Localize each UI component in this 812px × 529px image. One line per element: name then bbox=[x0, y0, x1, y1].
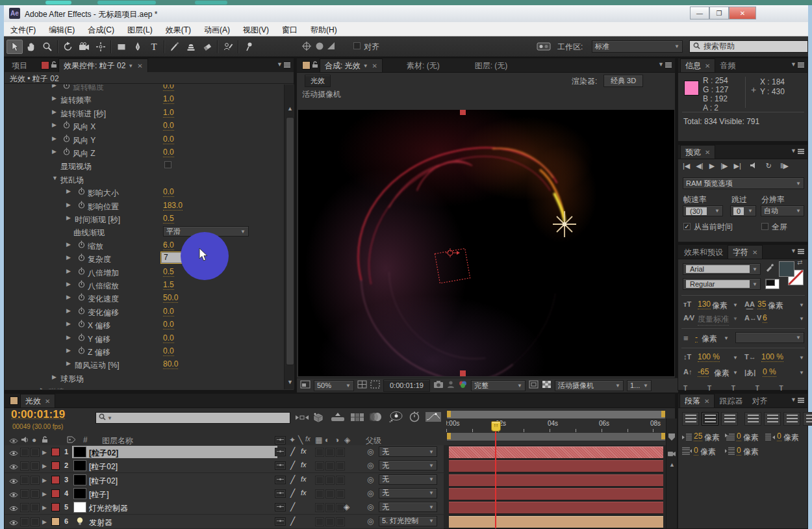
stopwatch-icon[interactable] bbox=[78, 253, 85, 264]
param-value[interactable]: 80.0 bbox=[163, 360, 178, 369]
quality-switch[interactable]: ╱ bbox=[290, 447, 295, 456]
expand-triangle-icon[interactable]: ▶ bbox=[52, 135, 57, 142]
local-axis-mode-icon[interactable] bbox=[301, 41, 312, 53]
layer-label-chip[interactable] bbox=[51, 489, 60, 498]
param-value[interactable]: 50.0 bbox=[163, 294, 178, 303]
stopwatch-icon[interactable] bbox=[78, 187, 85, 198]
close-tab-icon[interactable]: ✕ bbox=[372, 62, 377, 70]
layer-label-chip[interactable] bbox=[51, 476, 60, 484]
tab-layer[interactable]: 图层: (无) bbox=[470, 59, 513, 72]
param-value[interactable]: 0.5 bbox=[163, 268, 174, 277]
stopwatch-icon[interactable] bbox=[63, 121, 70, 131]
stopwatch-icon[interactable] bbox=[78, 267, 85, 277]
menu-item[interactable]: 窗口 bbox=[275, 23, 304, 38]
next-frame-button[interactable]: |▶ bbox=[720, 162, 728, 170]
layer-duration-bar[interactable] bbox=[449, 460, 663, 472]
help-search-box[interactable]: 搜索帮助 bbox=[689, 40, 808, 53]
switch-box[interactable] bbox=[325, 476, 335, 485]
draft-3d-icon[interactable] bbox=[312, 412, 324, 424]
workspace-icon[interactable] bbox=[537, 41, 551, 53]
stopwatch-icon[interactable] bbox=[78, 320, 85, 330]
expand-triangle-icon[interactable]: ▶ bbox=[66, 188, 71, 194]
stopwatch-icon[interactable] bbox=[78, 280, 85, 290]
expand-triangle-icon[interactable]: ▶ bbox=[52, 374, 57, 380]
scroll-up-icon[interactable]: ▲ bbox=[669, 461, 675, 468]
anchor-switch[interactable] bbox=[275, 517, 286, 526]
comp-breadcrumb-button[interactable]: 光效 bbox=[305, 75, 331, 87]
param-value[interactable]: 0.5 bbox=[163, 214, 174, 224]
rotation-tool-icon[interactable] bbox=[60, 40, 76, 54]
maximize-button[interactable]: ❐ bbox=[709, 6, 729, 19]
switch-box[interactable] bbox=[325, 503, 335, 512]
justify-last-right-button[interactable] bbox=[783, 412, 800, 426]
switch-box[interactable] bbox=[31, 503, 40, 512]
panel-menu-icon[interactable]: ▼ bbox=[791, 148, 804, 154]
expand-triangle-icon[interactable]: ▶ bbox=[42, 449, 47, 456]
switch-box[interactable] bbox=[315, 503, 324, 512]
expand-triangle-icon[interactable]: ▶ bbox=[66, 334, 71, 341]
space-before-value[interactable]: 0 bbox=[694, 446, 698, 456]
panel-menu-icon[interactable]: ▼ bbox=[791, 61, 804, 68]
magnification-dropdown[interactable]: 50%▼ bbox=[314, 380, 354, 391]
layer-label-chip[interactable] bbox=[51, 448, 60, 456]
auto-keyframe-icon[interactable] bbox=[409, 411, 420, 424]
hand-tool-icon[interactable] bbox=[23, 40, 39, 54]
anchor-switch[interactable] bbox=[275, 461, 286, 470]
menu-item[interactable]: 文件(F) bbox=[4, 23, 42, 38]
layer-duration-bar[interactable] bbox=[449, 516, 663, 528]
horizontal-scale-value[interactable]: 100 % bbox=[761, 353, 783, 362]
parent-dropdown[interactable]: 无▼ bbox=[379, 474, 437, 485]
expand-triangle-icon[interactable]: ▶ bbox=[42, 491, 47, 497]
leading-value[interactable]: 35 bbox=[757, 300, 766, 309]
param-value[interactable]: 0.0 bbox=[163, 334, 174, 343]
zoom-tool-icon[interactable] bbox=[39, 40, 55, 54]
show-channel-icon[interactable] bbox=[458, 380, 468, 391]
expand-triangle-icon[interactable]: ▶ bbox=[66, 214, 71, 221]
layer-duration-bar[interactable] bbox=[449, 474, 663, 487]
align-checkbox[interactable] bbox=[353, 42, 361, 49]
roto-brush-tool-icon[interactable] bbox=[220, 40, 236, 54]
brainstorm-icon[interactable] bbox=[389, 411, 403, 424]
stopwatch-icon[interactable] bbox=[78, 346, 85, 357]
stopwatch-icon[interactable] bbox=[78, 201, 85, 211]
fx-switch[interactable]: fx bbox=[301, 475, 307, 483]
active-camera-dropdown[interactable]: 活动摄像机▼ bbox=[555, 380, 624, 391]
collapse-triangle-icon[interactable]: ▼ bbox=[52, 175, 58, 181]
stroke-style-dropdown[interactable]: ▼ bbox=[735, 332, 804, 343]
switch-box[interactable] bbox=[315, 476, 324, 485]
skip-dropdown[interactable]: 0▼ bbox=[730, 205, 756, 216]
justify-all-button[interactable] bbox=[803, 412, 812, 426]
time-ruler[interactable]: 0:00s02s04s06s08s bbox=[446, 419, 666, 432]
font-family-dropdown[interactable]: Arial▼ bbox=[683, 263, 761, 275]
timeline-right-scrollbar[interactable]: ▲ bbox=[666, 419, 677, 528]
layer-duration-bar[interactable] bbox=[449, 488, 663, 500]
menu-item[interactable]: 视图(V) bbox=[236, 23, 275, 38]
param-value[interactable]: 0.0 bbox=[163, 188, 174, 197]
scroll-down-icon[interactable]: ▼ bbox=[287, 379, 293, 385]
comp-marker-shield-icon[interactable] bbox=[668, 433, 676, 443]
graph-editor-icon[interactable] bbox=[425, 412, 441, 424]
chevron-down-icon[interactable]: ▼ bbox=[724, 335, 729, 341]
expand-triangle-icon[interactable]: ▶ bbox=[42, 463, 47, 469]
tracking-value[interactable]: 6 bbox=[763, 314, 767, 323]
shape-tool-icon[interactable] bbox=[113, 40, 129, 54]
from-current-time-checkbox[interactable]: ✓ bbox=[683, 223, 691, 230]
panel-menu-icon[interactable]: ▼ bbox=[791, 396, 804, 403]
stopwatch-icon[interactable] bbox=[78, 240, 85, 251]
motion-blur-icon[interactable] bbox=[370, 412, 383, 424]
title-bar[interactable]: Ae Adobe After Effects - 无标题项目.aep * —❐✕ bbox=[4, 5, 808, 23]
expand-triangle-icon[interactable]: ▶ bbox=[66, 360, 71, 367]
eye-icon[interactable] bbox=[9, 519, 18, 528]
anchor-switch[interactable] bbox=[275, 476, 286, 484]
chevron-down-icon[interactable]: ▼ bbox=[799, 355, 804, 361]
stopwatch-icon[interactable] bbox=[63, 148, 70, 158]
layer-row[interactable]: ▶6发射器╱◎5. 灯光控制▼ bbox=[5, 515, 444, 529]
expand-triangle-icon[interactable]: ▶ bbox=[52, 122, 57, 128]
quality-switch[interactable]: ╱ bbox=[290, 517, 295, 526]
switch-box[interactable] bbox=[336, 461, 345, 471]
chevron-down-icon[interactable]: ▼ bbox=[733, 355, 738, 361]
layer-row[interactable]: ▶5灯光控制器╱◈◎无▼ bbox=[5, 500, 444, 515]
default-fill-stroke-swatch[interactable] bbox=[765, 279, 780, 289]
last-frame-button[interactable]: ▶| bbox=[733, 162, 741, 170]
parent-pickwhip-icon[interactable]: ◎ bbox=[367, 475, 374, 484]
